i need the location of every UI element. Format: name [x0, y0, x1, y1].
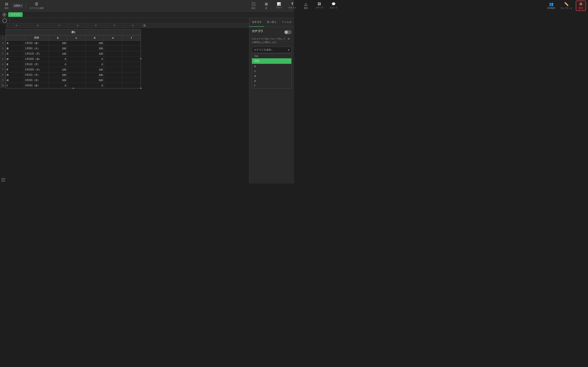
cell-10-date[interactable]: 3月5日（金）: [24, 83, 49, 88]
cell-9-f[interactable]: [122, 78, 141, 83]
header-cell-f[interactable]: f: [122, 35, 141, 40]
header-cell-0[interactable]: [6, 35, 24, 40]
cell-9-b[interactable]: 500: [49, 78, 67, 83]
tab-categories[interactable]: カテゴリ: [249, 18, 264, 27]
cell-4-0[interactable]: C: [6, 51, 24, 56]
data-row-8[interactable]: G 3月1日（月） 200 200: [6, 72, 141, 78]
data-row-9[interactable]: H 3月3日（水） 500 500: [6, 78, 141, 83]
cell-2-date[interactable]: 1月1日（金）: [24, 41, 49, 46]
header-cell-b[interactable]: b: [49, 35, 67, 40]
cell-8-f[interactable]: [122, 72, 141, 77]
cell-5-d[interactable]: 0: [86, 57, 104, 62]
sheet-tab-1[interactable]: シート1: [8, 12, 23, 17]
cell-7-e[interactable]: [104, 67, 122, 72]
tab-sort[interactable]: 並べ替え: [264, 18, 279, 27]
resize-handle-bottom[interactable]: [73, 88, 74, 89]
resize-handle-right[interactable]: [140, 58, 141, 59]
cell-8-date[interactable]: 3月1日（月）: [24, 72, 49, 77]
cell-6-c[interactable]: [67, 62, 86, 67]
data-row-4[interactable]: C 1月11日（月） 100 100: [6, 51, 141, 57]
cell-3-d[interactable]: 200: [86, 46, 104, 51]
header-cell-c[interactable]: c: [67, 35, 86, 40]
cell-10-b[interactable]: 0: [49, 83, 67, 88]
cell-9-d[interactable]: 500: [86, 78, 104, 83]
view-button[interactable]: ⊟ 表示: [2, 1, 11, 10]
cell-9-e[interactable]: [104, 78, 122, 83]
dropdown-item-b[interactable]: b: [252, 64, 291, 69]
text-button[interactable]: T テキスト: [287, 1, 294, 10]
cell-10-e[interactable]: [104, 83, 122, 88]
cell-4-e[interactable]: [104, 51, 122, 56]
cell-6-b[interactable]: 0: [49, 62, 67, 67]
cell-4-b[interactable]: 100: [49, 51, 67, 56]
cell-8-b[interactable]: 200: [49, 72, 67, 77]
cell-7-0[interactable]: F: [6, 67, 24, 72]
cell-10-0[interactable]: I: [6, 83, 24, 88]
cell-6-0[interactable]: E: [6, 62, 24, 67]
cell-3-b[interactable]: 200: [49, 46, 67, 51]
add-sheet-button[interactable]: +: [2, 12, 7, 17]
col-expand-btn[interactable]: [142, 23, 147, 27]
cell-10-f[interactable]: [122, 83, 141, 88]
cell-3-date[interactable]: 1月5日（火）: [24, 46, 49, 51]
cell-4-c[interactable]: [67, 51, 86, 56]
cell-6-f[interactable]: [122, 62, 141, 67]
cell-7-date[interactable]: 2月23日（火）: [24, 67, 49, 72]
header-row[interactable]: 日付 b c d e f: [6, 35, 141, 41]
dropdown-item-e[interactable]: e: [252, 78, 291, 83]
cell-5-c[interactable]: [67, 57, 86, 62]
cell-2-d[interactable]: 200: [86, 41, 104, 46]
cell-6-date[interactable]: 2月1日（月）: [24, 62, 49, 67]
cell-5-e[interactable]: [104, 57, 122, 62]
table-button[interactable]: ⊞ 表: [262, 1, 271, 10]
cell-8-0[interactable]: G: [6, 72, 24, 77]
cell-2-c[interactable]: [67, 41, 86, 46]
header-cell-date[interactable]: 日付: [24, 35, 49, 40]
header-cell-d[interactable]: d: [86, 35, 104, 40]
cell-7-d[interactable]: 100: [86, 67, 104, 72]
hamburger-menu[interactable]: [1, 178, 5, 182]
cell-7-b[interactable]: 100: [49, 67, 67, 72]
categories-add-button[interactable]: ☰ カテゴリを追加: [28, 1, 45, 10]
cell-10-d[interactable]: 0: [86, 83, 104, 88]
data-row-7[interactable]: F 2月23日（火） 100 100: [6, 67, 141, 72]
cell-3-f[interactable]: [122, 46, 141, 51]
cell-2-f[interactable]: [122, 41, 141, 46]
category-toggle[interactable]: [284, 30, 292, 34]
dropdown-item-d[interactable]: d: [252, 74, 291, 78]
dropdown-item-c[interactable]: c: [252, 69, 291, 74]
data-row-2[interactable]: A 1月1日（金） 200 200: [6, 41, 141, 46]
cell-4-f[interactable]: [122, 51, 141, 56]
cell-5-0[interactable]: D: [6, 57, 24, 62]
insert-button[interactable]: ⬛ 挿入: [249, 1, 258, 10]
data-row-3[interactable]: B 1月5日（火） 200 200: [6, 46, 141, 51]
cell-2-e[interactable]: [104, 41, 122, 46]
cell-6-d[interactable]: 0: [86, 62, 104, 67]
cell-8-d[interactable]: 200: [86, 72, 104, 77]
tab-filter[interactable]: フィルタ: [279, 18, 294, 27]
cell-9-date[interactable]: 3月3日（水）: [24, 78, 49, 83]
cell-7-f[interactable]: [122, 67, 141, 72]
data-row-10[interactable]: I 3月5日（金） 0 0: [6, 83, 141, 88]
cell-5-b[interactable]: 0: [49, 57, 67, 62]
cell-7-c[interactable]: [67, 67, 86, 72]
cell-9-c[interactable]: [67, 78, 86, 83]
data-row-6[interactable]: E 2月1日（月） 0 0: [6, 62, 141, 67]
header-cell-e[interactable]: e: [104, 35, 122, 40]
cell-8-c[interactable]: [67, 72, 86, 77]
dropdown-item-f[interactable]: f: [252, 83, 291, 88]
cell-4-date[interactable]: 1月11日（月）: [24, 51, 49, 56]
data-row-5[interactable]: D 1月15日（金） 0 0: [6, 57, 141, 62]
cell-4-d[interactable]: 100: [86, 51, 104, 56]
cell-3-e[interactable]: [104, 46, 122, 51]
cell-2-0[interactable]: A: [6, 41, 24, 46]
category-dropdown[interactable]: カテゴリを追加... ▾: [252, 47, 292, 53]
dropdown-item-date[interactable]: 日付: [252, 58, 291, 64]
resize-handle-br[interactable]: [140, 88, 141, 89]
hamburger-icon[interactable]: [1, 178, 5, 182]
cell-10-c[interactable]: [67, 83, 86, 88]
cell-5-f[interactable]: [122, 57, 141, 62]
cell-8-e[interactable]: [104, 72, 122, 77]
chart-button[interactable]: 📊 グラフ: [274, 1, 283, 10]
cell-3-c[interactable]: [67, 46, 86, 51]
